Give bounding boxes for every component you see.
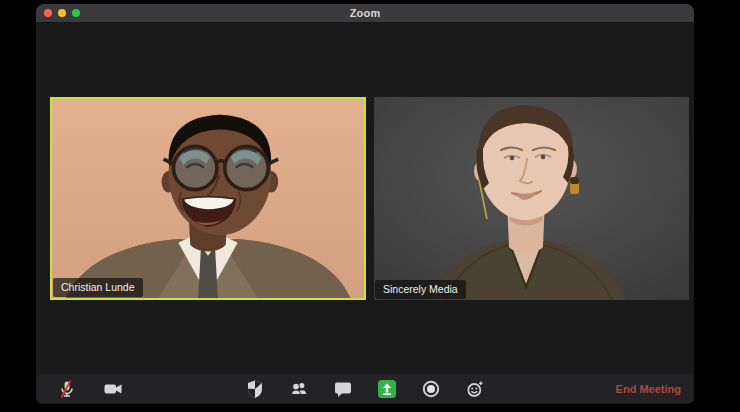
zoom-window: Zoom: [36, 4, 694, 404]
window-title: Zoom: [36, 7, 694, 19]
participants-icon: [289, 379, 309, 399]
chat-bubble-icon: [333, 379, 353, 399]
video-tile-sincerely-media[interactable]: Sincerely Media: [374, 97, 689, 300]
record-icon: [421, 379, 441, 399]
video-tile-christian-lunde[interactable]: Christian Lunde: [50, 97, 366, 300]
stop-video-button[interactable]: [103, 379, 123, 399]
participant-name-label: Sincerely Media: [375, 280, 466, 300]
video-camera-icon: [103, 379, 123, 399]
reactions-icon: [465, 379, 485, 399]
record-button[interactable]: [421, 379, 441, 399]
reactions-button[interactable]: [465, 379, 485, 399]
participant-video-woman: [374, 97, 689, 300]
video-area: Christian Lunde: [36, 23, 694, 403]
meeting-toolbar: End Meeting: [36, 375, 694, 403]
chat-button[interactable]: [333, 379, 353, 399]
microphone-muted-icon: [57, 379, 77, 399]
titlebar: Zoom: [36, 4, 694, 23]
security-shield-icon: [245, 379, 265, 399]
toolbar-center-group: [245, 379, 485, 399]
share-screen-icon: [377, 379, 397, 399]
toolbar-left-group: [57, 379, 123, 399]
desktop-background: Zoom: [0, 0, 740, 412]
participant-name-label: Christian Lunde: [53, 278, 143, 298]
security-button[interactable]: [245, 379, 265, 399]
participants-button[interactable]: [289, 379, 309, 399]
participant-video-man: [52, 99, 364, 298]
mute-button[interactable]: [57, 379, 77, 399]
end-meeting-button[interactable]: End Meeting: [616, 375, 681, 403]
share-screen-button[interactable]: [377, 379, 397, 399]
